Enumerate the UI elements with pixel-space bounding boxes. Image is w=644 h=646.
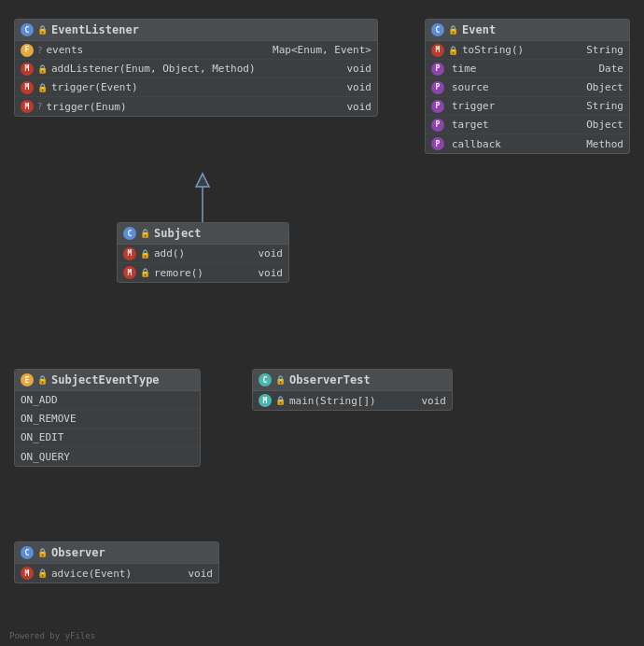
observer-test-vis-icon: 🔒 bbox=[275, 375, 286, 385]
subject-header: C 🔒 Subject bbox=[118, 223, 288, 245]
addlistener-type: void bbox=[347, 63, 372, 75]
observer-test-box: C 🔒 ObserverTest M 🔒 main(String[]) void bbox=[252, 369, 453, 411]
add-icon: M bbox=[123, 247, 136, 260]
event-row-source: P source Object bbox=[426, 78, 629, 97]
subject-event-type-header: E 🔒 SubjectEventType bbox=[15, 370, 200, 391]
on-remove-label: ON_REMOVE bbox=[21, 413, 194, 425]
trigger-event-vis-icon: 🔒 bbox=[37, 83, 48, 92]
event-class-icon: C bbox=[431, 23, 444, 36]
event-listener-row-trigger-enum: M ? trigger(Enum) void bbox=[15, 97, 377, 116]
callback-icon: P bbox=[431, 137, 444, 150]
observer-test-title: ObserverTest bbox=[289, 373, 371, 386]
trigger-enum-vis-icon: ? bbox=[37, 102, 42, 111]
trigger-event-icon: M bbox=[21, 81, 34, 94]
subject-event-type-row-on-edit: ON_EDIT bbox=[15, 428, 200, 447]
subject-event-type-title: SubjectEventType bbox=[51, 373, 160, 386]
trigger-enum-label: trigger(Enum) bbox=[46, 101, 343, 113]
observer-test-header: C 🔒 ObserverTest bbox=[253, 370, 452, 391]
target-label: target bbox=[452, 119, 582, 131]
events-label: events bbox=[46, 44, 269, 56]
event-listener-vis-icon: 🔒 bbox=[37, 25, 48, 35]
add-vis-icon: 🔒 bbox=[140, 249, 150, 259]
target-type: Object bbox=[586, 119, 623, 131]
observer-vis-icon: 🔒 bbox=[37, 548, 48, 557]
main-vis-icon: 🔒 bbox=[275, 396, 286, 405]
observer-title: Observer bbox=[51, 546, 105, 559]
time-icon: P bbox=[431, 63, 444, 76]
source-icon: P bbox=[431, 81, 444, 94]
observer-class-icon: C bbox=[21, 546, 34, 559]
remore-icon: M bbox=[123, 266, 136, 279]
observer-header: C 🔒 Observer bbox=[15, 542, 218, 564]
subject-class-icon: C bbox=[123, 227, 136, 240]
event-vis-icon: 🔒 bbox=[448, 25, 458, 35]
trigger-icon: P bbox=[431, 100, 444, 113]
events-field-icon: F bbox=[21, 44, 34, 57]
subject-row-remore: M 🔒 remore() void bbox=[118, 263, 288, 282]
trigger-event-type: void bbox=[347, 81, 372, 93]
event-header: C 🔒 Event bbox=[426, 20, 629, 41]
observer-box: C 🔒 Observer M 🔒 advice(Event) void bbox=[14, 541, 219, 583]
remore-vis-icon: 🔒 bbox=[140, 268, 150, 277]
target-icon: P bbox=[431, 119, 444, 132]
event-listener-header: C 🔒 EventListener bbox=[15, 20, 377, 41]
main-icon: M bbox=[259, 394, 272, 407]
observer-test-row-main: M 🔒 main(String[]) void bbox=[253, 391, 452, 410]
event-row-callback: P callback Method bbox=[426, 134, 629, 153]
callback-label: callback bbox=[452, 138, 582, 150]
tostring-type: String bbox=[586, 44, 623, 56]
event-listener-class-icon: C bbox=[21, 23, 34, 36]
trigger-type: String bbox=[586, 100, 623, 112]
event-listener-title: EventListener bbox=[51, 23, 139, 36]
diagram-canvas: C 🔒 EventListener F ? events Map<Enum, E… bbox=[0, 0, 644, 646]
on-query-label: ON_QUERY bbox=[21, 451, 194, 463]
advice-type: void bbox=[189, 568, 214, 580]
trigger-enum-icon: M bbox=[21, 100, 34, 113]
tostring-vis-icon: 🔒 bbox=[448, 46, 458, 55]
event-row-target: P target Object bbox=[426, 116, 629, 134]
trigger-label: trigger bbox=[452, 100, 582, 112]
event-listener-row-trigger-event: M 🔒 trigger(Event) void bbox=[15, 78, 377, 97]
remore-type: void bbox=[259, 267, 284, 279]
event-row-trigger: P trigger String bbox=[426, 97, 629, 116]
on-add-label: ON_ADD bbox=[21, 394, 194, 406]
events-type: Map<Enum, Event> bbox=[273, 44, 371, 56]
on-edit-label: ON_EDIT bbox=[21, 431, 194, 443]
observer-row-advice: M 🔒 advice(Event) void bbox=[15, 564, 218, 583]
event-title: Event bbox=[462, 23, 496, 36]
advice-icon: M bbox=[21, 567, 34, 580]
subject-event-type-class-icon: E bbox=[21, 373, 34, 386]
event-listener-row-events: F ? events Map<Enum, Event> bbox=[15, 41, 377, 60]
remore-label: remore() bbox=[154, 267, 255, 279]
event-listener-box: C 🔒 EventListener F ? events Map<Enum, E… bbox=[14, 19, 378, 117]
main-label: main(String[]) bbox=[289, 395, 418, 407]
tostring-label: toString() bbox=[462, 44, 582, 56]
powered-by: Powered by yFiles bbox=[9, 631, 95, 640]
subject-event-type-vis-icon: 🔒 bbox=[37, 375, 48, 385]
subject-event-type-box: E 🔒 SubjectEventType ON_ADD ON_REMOVE ON… bbox=[14, 369, 201, 467]
add-type: void bbox=[259, 247, 284, 260]
advice-vis-icon: 🔒 bbox=[37, 569, 48, 578]
event-row-time: P time Date bbox=[426, 60, 629, 78]
time-label: time bbox=[452, 63, 595, 75]
addlistener-vis-icon: 🔒 bbox=[37, 64, 48, 74]
event-row-tostring: M 🔒 toString() String bbox=[426, 41, 629, 60]
addlistener-method-icon: M bbox=[21, 63, 34, 76]
event-box: C 🔒 Event M 🔒 toString() String P time D… bbox=[425, 19, 630, 154]
events-vis-icon: ? bbox=[37, 46, 42, 55]
subject-event-type-row-on-add: ON_ADD bbox=[15, 391, 200, 410]
subject-event-type-row-on-query: ON_QUERY bbox=[15, 447, 200, 466]
tostring-icon: M bbox=[431, 44, 444, 57]
subject-box: C 🔒 Subject M 🔒 add() void M 🔒 remore() … bbox=[117, 222, 289, 283]
source-label: source bbox=[452, 81, 582, 93]
subject-event-type-row-on-remove: ON_REMOVE bbox=[15, 410, 200, 428]
advice-label: advice(Event) bbox=[51, 568, 185, 580]
main-type: void bbox=[422, 395, 447, 407]
svg-marker-2 bbox=[196, 174, 209, 187]
observer-test-class-icon: C bbox=[259, 373, 272, 386]
trigger-enum-type: void bbox=[347, 101, 372, 113]
callback-type: Method bbox=[586, 138, 623, 150]
subject-title: Subject bbox=[154, 227, 202, 240]
addlistener-label: addListener(Enum, Object, Method) bbox=[51, 63, 343, 75]
subject-row-add: M 🔒 add() void bbox=[118, 245, 288, 263]
